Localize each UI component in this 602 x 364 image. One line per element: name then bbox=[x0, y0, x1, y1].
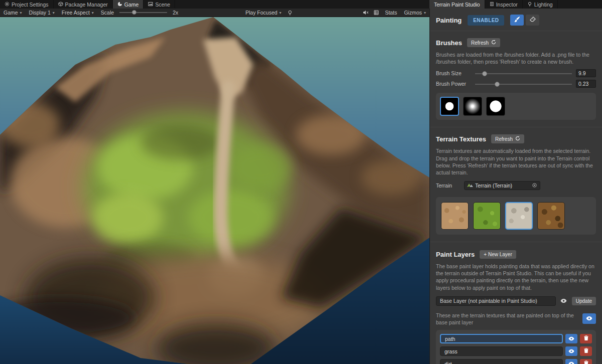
dropdown-label: Play Focused bbox=[245, 10, 277, 16]
chevron-down-icon: ▾ bbox=[424, 11, 426, 15]
brush-thumbnail-soft[interactable] bbox=[463, 97, 482, 116]
vsync-grid-icon-button[interactable] bbox=[371, 9, 381, 17]
lightbulb-icon bbox=[527, 2, 532, 8]
texture-thumbnail-path-selected[interactable] bbox=[505, 202, 533, 230]
base-layer-visibility-button[interactable] bbox=[558, 296, 569, 305]
chevron-down-icon: ▾ bbox=[53, 11, 55, 15]
layer-delete-button[interactable] bbox=[580, 334, 592, 343]
refresh-icon bbox=[515, 136, 520, 142]
tab-label: Project Settings bbox=[12, 2, 49, 8]
gizmos-dropdown[interactable]: Gizmos ▾ bbox=[400, 9, 429, 17]
brushes-title: Brushes bbox=[436, 39, 462, 47]
tab-scene[interactable]: Scene bbox=[143, 0, 175, 9]
all-layers-visibility-button[interactable] bbox=[582, 313, 596, 324]
refresh-label: Refresh bbox=[495, 136, 513, 142]
new-layer-button[interactable]: + New Layer bbox=[480, 250, 516, 259]
layer-row-dirt[interactable]: dirt bbox=[440, 359, 592, 364]
brushes-refresh-button[interactable]: Refresh bbox=[467, 38, 500, 47]
game-viewport[interactable] bbox=[0, 17, 429, 364]
brush-size-slider[interactable] bbox=[475, 71, 572, 76]
game-mode-dropdown[interactable]: Game ▾ bbox=[0, 9, 26, 17]
scale-slider[interactable] bbox=[119, 12, 167, 13]
dropdown-label: Free Aspect bbox=[62, 10, 90, 16]
eye-icon bbox=[586, 315, 592, 322]
terrain-object-field[interactable]: Terrain (Terrain) bbox=[464, 181, 540, 190]
eye-icon bbox=[560, 297, 567, 305]
layer-visibility-button[interactable] bbox=[565, 346, 577, 356]
slider-track bbox=[475, 73, 572, 74]
stats-toggle-button[interactable]: Stats bbox=[381, 9, 400, 17]
gizmos-label: Gizmos bbox=[404, 10, 422, 16]
brush-palette bbox=[436, 93, 596, 120]
brushes-help-text: Brushes are loaded from the /brushes fol… bbox=[436, 51, 596, 65]
tab-project-settings[interactable]: Project Settings bbox=[0, 0, 54, 9]
brush-size-value[interactable]: 9.9 bbox=[576, 69, 596, 77]
tab-label: Lighting bbox=[534, 2, 553, 8]
aspect-ratio-dropdown[interactable]: Free Aspect ▾ bbox=[58, 9, 97, 17]
painting-enabled-button[interactable]: ENABLED bbox=[468, 15, 504, 26]
tab-group-left: Project Settings Package Manager Game Sc… bbox=[0, 0, 175, 9]
inspector-icon bbox=[490, 2, 494, 8]
texture-thumbnail-grass[interactable] bbox=[473, 202, 501, 230]
base-layer-field[interactable]: Base Layer (not paintable in Paint Studi… bbox=[436, 296, 556, 306]
display-dropdown[interactable]: Display 1 ▾ bbox=[26, 9, 58, 17]
object-picker-icon[interactable] bbox=[532, 183, 537, 189]
terrain-object-icon bbox=[467, 183, 473, 189]
brush-icon bbox=[514, 16, 520, 24]
brush-thumbnail-selected[interactable] bbox=[440, 97, 459, 116]
gear-icon bbox=[5, 2, 10, 8]
layer-name-field[interactable]: dirt bbox=[440, 359, 563, 364]
brush-power-value[interactable]: 0.23 bbox=[576, 80, 596, 88]
layers-help-text: These are the terrain textures that are … bbox=[436, 312, 578, 326]
layer-visibility-button[interactable] bbox=[565, 334, 577, 343]
layer-delete-button[interactable] bbox=[580, 359, 592, 364]
section-divider bbox=[430, 127, 602, 127]
painting-title: Painting bbox=[436, 17, 462, 24]
layer-name-field[interactable]: path bbox=[440, 334, 563, 343]
brush-tool-button[interactable] bbox=[510, 15, 524, 26]
tab-game[interactable]: Game bbox=[113, 0, 144, 9]
texture-thumbnail-rock[interactable] bbox=[537, 202, 565, 230]
unity-editor-window: Project Settings Package Manager Game Sc… bbox=[0, 0, 602, 364]
eraser-tool-button[interactable] bbox=[526, 15, 539, 26]
brush-thumbnail-hard[interactable] bbox=[486, 97, 505, 116]
brush-power-slider[interactable] bbox=[475, 81, 572, 87]
tab-group-right: Terrain Paint Studio Inspector Lighting bbox=[429, 0, 558, 9]
scene-icon bbox=[148, 2, 153, 8]
scale-control: Scale 2x bbox=[97, 9, 182, 17]
mute-audio-icon-button[interactable] bbox=[360, 9, 371, 17]
trash-icon bbox=[584, 360, 588, 364]
layer-visibility-button[interactable] bbox=[565, 359, 577, 364]
brush-power-label: Brush Power bbox=[436, 81, 471, 87]
tab-inspector[interactable]: Inspector bbox=[485, 0, 523, 9]
tab-label: Game bbox=[124, 2, 139, 8]
paint-layers-list: path grass bbox=[436, 330, 596, 364]
brush-power-slider-thumb[interactable] bbox=[495, 82, 500, 87]
scale-slider-thumb[interactable] bbox=[132, 10, 136, 15]
tab-lighting[interactable]: Lighting bbox=[523, 0, 558, 9]
eye-icon bbox=[568, 347, 574, 355]
tab-package-manager[interactable]: Package Manager bbox=[54, 0, 113, 9]
layer-row-grass[interactable]: grass bbox=[440, 346, 592, 356]
layer-name-field[interactable]: grass bbox=[440, 346, 563, 356]
eye-icon bbox=[568, 360, 574, 364]
tab-terrain-paint-studio[interactable]: Terrain Paint Studio bbox=[429, 0, 485, 9]
stats-label: Stats bbox=[385, 10, 397, 16]
textures-refresh-button[interactable]: Refresh bbox=[491, 134, 524, 143]
toolbar-right-cluster: Stats Gizmos ▾ bbox=[360, 9, 429, 17]
trash-icon bbox=[584, 335, 588, 342]
terrain-textures-help-text: Terrain textures are automatically loade… bbox=[436, 147, 596, 176]
scale-value: 2x bbox=[173, 10, 178, 16]
terrain-object-name: Terrain (Terrain) bbox=[475, 183, 530, 189]
slider-track bbox=[475, 84, 572, 85]
brush-size-slider-thumb[interactable] bbox=[482, 71, 487, 76]
texture-thumbnail-dirt[interactable] bbox=[441, 202, 469, 230]
tab-label: Inspector bbox=[496, 2, 518, 8]
layer-delete-button[interactable] bbox=[580, 346, 592, 356]
dropdown-label: Game bbox=[4, 10, 18, 16]
update-button[interactable]: Update bbox=[572, 297, 596, 305]
layer-row-path[interactable]: path bbox=[440, 334, 592, 343]
eraser-icon bbox=[529, 16, 536, 24]
chevron-down-icon: ▾ bbox=[92, 11, 94, 15]
play-focused-dropdown[interactable]: Play Focused ▾ bbox=[242, 9, 285, 17]
